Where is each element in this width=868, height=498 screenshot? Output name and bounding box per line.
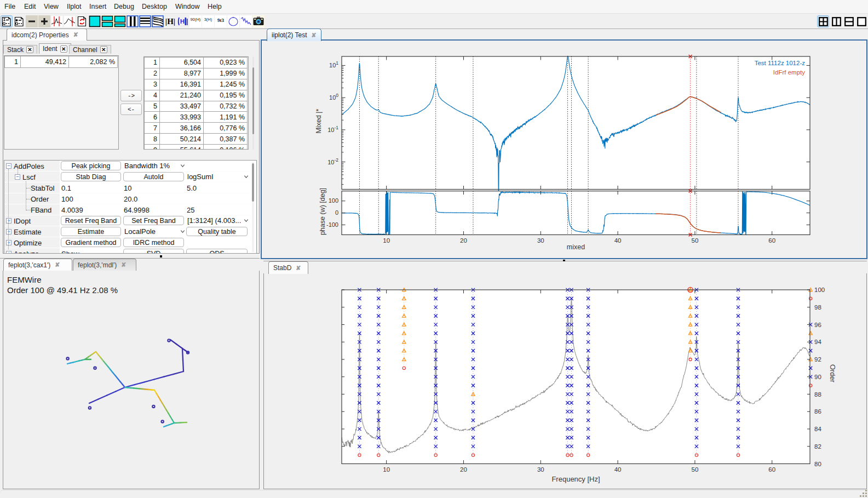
subtab-stack[interactable]: Stack✕ [3,45,37,54]
layout-two-rows-icon[interactable] [843,15,855,27]
close-icon[interactable]: ✕ [100,46,107,53]
nyq-text-icon[interactable]: 9t3 [215,15,227,27]
close-icon[interactable]: ✕ [60,45,67,53]
tab-iiplot-test[interactable]: iiplot(2) Test ✘ [267,28,321,41]
menu-debug[interactable]: Debug [114,0,134,14]
layout-single-icon[interactable] [855,15,867,27]
menu-window[interactable]: Window [175,0,199,14]
close-icon[interactable]: ✘ [296,265,301,272]
refresh-icon[interactable] [76,15,88,27]
model-properties-icon[interactable] [13,15,25,27]
feplot-panel[interactable]: FEMWire Order 100 @ 49.41 Hz 2.08 % [3,271,260,489]
tab-feplot-cax1[interactable]: feplot(3,'cax1') ✘ [3,259,72,271]
zoom-out-icon[interactable] [26,15,38,27]
expand-icon[interactable]: + [6,251,12,254]
prop-value[interactable]: 100 [61,195,73,203]
tab-idcom-properties[interactable]: idcom(2) Properties ✘ [7,28,87,41]
localpole-dropdown[interactable]: LocalPole [124,227,185,236]
prop-value[interactable]: Show [61,250,79,254]
ods-button[interactable]: ODS [186,249,248,254]
nyquist-circle-icon[interactable] [227,15,239,27]
quality-table-button[interactable]: Quality table [186,227,248,236]
tab-stabd[interactable]: StabD ✘ [268,261,308,274]
table-row[interactable]: 850,2140,387 % [145,134,248,145]
close-icon[interactable]: ✘ [121,261,126,268]
prop-value[interactable]: 64.9998 [124,206,150,214]
prop-grid-scrollbar[interactable] [252,162,254,252]
test-node-marker[interactable] [66,357,68,359]
close-icon[interactable]: ✘ [73,31,78,38]
svd-button[interactable]: SVD [123,249,184,254]
expand-icon[interactable]: + [6,218,12,224]
wireframe-plot[interactable] [3,273,259,489]
menu-edit[interactable]: Edit [24,0,36,14]
waterfall-icon[interactable] [152,15,164,27]
table-row[interactable]: 955,6140,106 % [145,145,248,150]
test-node-marker[interactable] [94,367,96,369]
close-icon[interactable]: ✘ [311,32,316,39]
main-pole-table[interactable]: 149,4122,082 % [4,55,119,150]
snapshot-camera-icon[interactable] [252,15,265,27]
resize-grip-icon[interactable] [860,490,867,497]
prop-value[interactable]: 25 [187,206,194,214]
-1-3124-4-003--dropdown[interactable]: [1:3124] (4.003... [187,216,249,225]
abs-h-icon[interactable]: |H| [164,15,176,27]
test-node-marker[interactable] [168,339,170,341]
menu-insert[interactable]: Insert [89,0,106,14]
table-row[interactable]: 16,5040,923 % [145,58,248,68]
collapse-icon[interactable]: − [15,174,20,180]
estimate-button[interactable]: Estimate [61,227,121,236]
move-pole-left-button[interactable]: <- [120,104,142,115]
expand-icon[interactable]: + [6,240,12,245]
splitter-handle[interactable] [563,260,565,262]
test-node-marker[interactable] [152,405,154,408]
table-row[interactable]: 736,1660,776 % [145,123,248,134]
prop-value[interactable]: 4.0039 [61,206,83,214]
ninety-h-icon[interactable]: 90(H) [189,15,202,27]
stabilization-diagram[interactable]: 10203040506080828486889092949698100 [264,273,866,488]
pole-table-scrollbar[interactable] [252,56,254,150]
horizontal-lines-icon[interactable] [139,15,151,27]
close-icon[interactable]: ✘ [55,261,60,268]
table-row[interactable]: 28,9771,999 % [145,68,248,79]
menu-desktop[interactable]: Desktop [142,0,167,14]
pole-band-icon[interactable] [51,15,63,27]
split-plots-icon[interactable] [114,15,126,27]
menu-view[interactable]: View [44,0,59,14]
reset-freq-band-button[interactable]: Reset Freq Band [61,216,121,225]
layout-grid-2x2-icon[interactable] [817,15,829,27]
autoid-button[interactable]: AutoId [123,172,184,181]
prop-value[interactable]: 10 [124,184,131,192]
time-response-icon[interactable] [240,15,252,27]
menu-ilplot[interactable]: Ilplot [67,0,81,14]
prop-value[interactable]: 20.0 [124,195,137,203]
table-row[interactable]: 533,4970,732 % [145,101,248,112]
idrc-method-button[interactable]: IDRC method [123,238,184,247]
close-icon[interactable]: ✕ [26,46,33,53]
peak-picking-button[interactable]: Peak picking [61,161,121,170]
gradient-method-button[interactable]: Gradient method [61,238,121,247]
vertical-stripes-icon[interactable] [127,15,139,27]
tab-feplot-mdl[interactable]: feplot(3,'mdl') ✘ [73,259,136,271]
collapse-icon[interactable]: − [6,163,12,169]
subtab-channel[interactable]: Channel✕ [69,45,111,54]
splitter-handle[interactable] [160,255,162,257]
test-node-marker[interactable] [162,420,164,422]
peak-pick-icon[interactable] [64,15,76,27]
table-row[interactable]: 421,2400,195 % [145,90,248,101]
bandwidth-1--dropdown[interactable]: Bandwidth 1% [124,161,185,170]
single-plot-icon[interactable] [89,15,101,27]
zoom-in-icon[interactable] [38,15,50,27]
menu-file[interactable]: File [4,0,15,14]
layout-two-columns-icon[interactable] [830,15,842,27]
move-pole-right-button[interactable]: -> [120,90,142,101]
prop-value[interactable]: 5.0 [187,184,197,192]
plot-legend[interactable]: Test 1112z 1012-z IdFrf empty [755,59,805,77]
stab-diag-button[interactable]: Stab Diag [61,172,121,181]
logsumi-dropdown[interactable]: logSumI [187,172,249,181]
table-row[interactable]: 316,3911,245 % [145,79,248,90]
frf-phase-icon[interactable]: H [177,15,189,27]
expand-icon[interactable]: + [6,229,12,234]
table-row[interactable]: 149,4122,082 % [5,56,118,68]
two-plots-icon[interactable] [101,15,113,27]
